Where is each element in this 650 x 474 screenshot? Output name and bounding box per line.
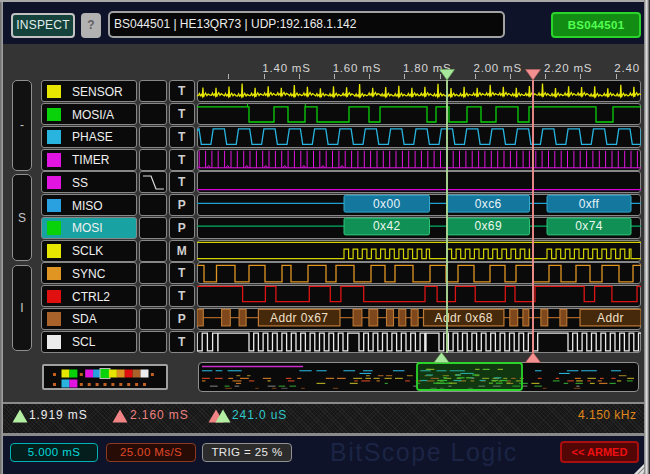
svg-text:0x00: 0x00	[373, 197, 401, 211]
svg-text:Addr: Addr	[597, 311, 624, 325]
svg-text:0x69: 0x69	[474, 219, 502, 233]
svg-text:0x42: 0x42	[373, 219, 401, 233]
svg-text:0x74: 0x74	[575, 219, 603, 233]
svg-text:0xff: 0xff	[579, 197, 600, 211]
svg-text:Addr 0x68: Addr 0x68	[435, 311, 493, 325]
svg-text:Addr 0x67: Addr 0x67	[270, 311, 328, 325]
svg-text:0xc6: 0xc6	[475, 197, 502, 211]
